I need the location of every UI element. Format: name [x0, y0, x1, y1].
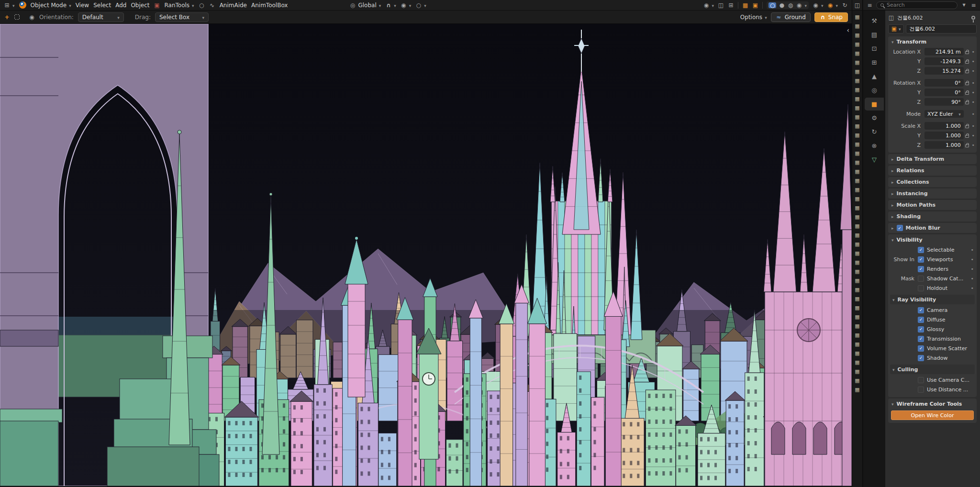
object-name-field[interactable]: 건물6.002: [906, 24, 977, 33]
animate-dot[interactable]: •: [972, 80, 975, 86]
wireframe-tools-header[interactable]: Wireframe Color Tools: [888, 398, 977, 409]
section-motion-blur[interactable]: ✓ Motion Blur: [888, 223, 977, 233]
checkbox-camera[interactable]: ✓: [918, 307, 924, 313]
drag-select[interactable]: Select Box: [155, 12, 209, 22]
visibility-dropdown[interactable]: [703, 2, 714, 9]
tab-data[interactable]: ▽: [865, 153, 884, 166]
value-field-scale-x[interactable]: 1.000: [924, 122, 964, 130]
menu-view[interactable]: View: [76, 2, 89, 9]
culling-header[interactable]: Culling: [890, 365, 975, 374]
animate-dot[interactable]: •: [971, 247, 974, 253]
viewport-display-icon[interactable]: [718, 2, 724, 8]
checkbox-shadow[interactable]: ✓: [918, 355, 924, 361]
mesh-object-icon[interactable]: ▦: [854, 269, 860, 274]
checkbox-glossy[interactable]: ✓: [918, 326, 924, 332]
animate-dot[interactable]: •: [972, 89, 975, 96]
mesh-object-icon[interactable]: ▦: [854, 69, 860, 74]
mesh-object-icon[interactable]: ▦: [854, 105, 860, 111]
mesh-object-icon[interactable]: ▦: [854, 42, 860, 47]
mesh-object-icon[interactable]: ▦: [854, 51, 860, 56]
shading-solid-icon[interactable]: [779, 2, 785, 8]
menu-select[interactable]: Select: [93, 2, 111, 9]
proportional-dropdown[interactable]: [415, 2, 426, 9]
mesh-object-icon[interactable]: ▦: [854, 242, 860, 247]
animate-dot[interactable]: •: [972, 123, 975, 129]
mesh-object-icon[interactable]: ▦: [854, 251, 860, 256]
mesh-object-icon[interactable]: ▦: [854, 33, 860, 38]
mesh-object-icon[interactable]: ▦: [854, 205, 860, 210]
checkbox-transmission[interactable]: ✓: [918, 336, 924, 342]
ground-button[interactable]: Ground: [771, 12, 811, 22]
menu-add[interactable]: Add: [115, 2, 126, 9]
animate-dot[interactable]: •: [971, 285, 974, 291]
tab-render[interactable]: ▤: [865, 28, 884, 41]
lock-icon[interactable]: [965, 51, 969, 54]
mesh-object-icon[interactable]: ▦: [854, 369, 860, 374]
mesh-object-icon[interactable]: ▦: [854, 387, 860, 392]
mesh-object-icon[interactable]: ▦: [854, 114, 860, 120]
checkbox-volume-scatter[interactable]: ✓: [918, 345, 924, 352]
transform-orientation-dropdown[interactable]: Global: [349, 2, 381, 9]
value-field-y[interactable]: 0°: [924, 89, 964, 96]
value-field-z[interactable]: 1.000: [924, 141, 964, 149]
tab-world[interactable]: ◎: [865, 84, 884, 97]
active-tool-icon[interactable]: [4, 14, 10, 20]
mesh-object-icon[interactable]: ▦: [854, 314, 860, 320]
mesh-object-icon[interactable]: ▦: [854, 342, 860, 347]
editor-type-button[interactable]: [4, 2, 15, 9]
mesh-object-icon[interactable]: ▦: [854, 96, 860, 101]
sidebar-collapse-arrow[interactable]: ‹: [846, 27, 849, 33]
select-box-tool-icon[interactable]: [14, 14, 20, 20]
checkbox-diffuse[interactable]: ✓: [918, 317, 924, 323]
section-collections[interactable]: Collections: [888, 177, 977, 187]
animate-dot[interactable]: •: [972, 49, 975, 55]
mesh-object-icon[interactable]: ▦: [854, 223, 860, 229]
lock-icon[interactable]: [965, 101, 969, 104]
mode-dropdown[interactable]: Object Mode: [31, 2, 71, 9]
mesh-object-icon[interactable]: ▦: [854, 178, 860, 183]
tab-view-layer[interactable]: ⊞: [865, 56, 884, 69]
mesh-object-icon[interactable]: ▦: [854, 142, 860, 147]
menu-rantools[interactable]: RanTools: [165, 2, 194, 9]
animate-dot[interactable]: •: [971, 256, 974, 263]
mesh-object-icon[interactable]: ▦: [854, 151, 860, 156]
gizmos-dropdown[interactable]: [827, 2, 838, 9]
viewport-render-icon[interactable]: [728, 2, 734, 8]
mesh-object-icon[interactable]: ▦: [854, 23, 860, 29]
lock-icon[interactable]: [965, 125, 969, 128]
falloff-icon[interactable]: [209, 2, 215, 8]
checkbox-shadow-cat[interactable]: [918, 276, 924, 282]
value-field-y[interactable]: 1.000: [924, 132, 964, 139]
mesh-object-icon[interactable]: ▦: [854, 14, 860, 20]
animate-dot[interactable]: •: [972, 99, 975, 105]
shading-wireframe-icon[interactable]: [768, 2, 776, 8]
value-field-z[interactable]: 90°: [924, 98, 964, 106]
animate-dot[interactable]: •: [972, 133, 975, 139]
shading-rendered-icon[interactable]: [796, 2, 802, 8]
mesh-object-icon[interactable]: ▦: [854, 332, 860, 338]
mesh-object-icon[interactable]: ▦: [854, 187, 860, 192]
outliner-header[interactable]: [852, 0, 862, 11]
menu-animaide[interactable]: AnimAide: [220, 2, 247, 9]
value-field-y[interactable]: -1249.3: [924, 57, 964, 65]
menu-animtoolbox[interactable]: AnimToolBox: [251, 2, 288, 9]
lock-icon[interactable]: [965, 61, 969, 64]
mesh-object-icon[interactable]: ▦: [854, 123, 860, 129]
animate-dot[interactable]: •: [972, 58, 975, 65]
orientation-select[interactable]: Default: [78, 12, 124, 22]
tab-scene[interactable]: ▲: [865, 70, 884, 83]
rotation-mode-select[interactable]: XYZ Euler: [924, 110, 964, 118]
mesh-object-icon[interactable]: ▦: [854, 232, 860, 238]
shading-material-icon[interactable]: [787, 2, 793, 8]
checkbox-use-camera-c[interactable]: [918, 377, 924, 383]
animate-dot[interactable]: •: [972, 68, 975, 74]
section-motion-paths[interactable]: Motion Paths: [888, 200, 977, 210]
object-type-dropdown[interactable]: [888, 24, 904, 33]
filter-icon[interactable]: [961, 3, 967, 7]
mesh-object-icon[interactable]: ▦: [854, 196, 860, 201]
animate-dot[interactable]: •: [971, 266, 974, 272]
addon-icon[interactable]: [154, 2, 160, 8]
animate-dot[interactable]: •: [971, 276, 974, 282]
xray-toggle-icon[interactable]: [842, 2, 848, 8]
lock-icon[interactable]: [965, 70, 969, 73]
